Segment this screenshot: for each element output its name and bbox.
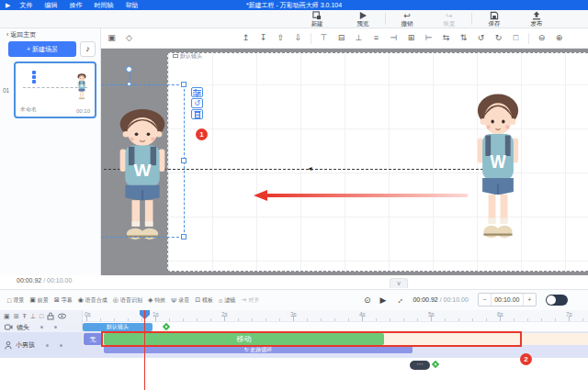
selection-handle-right[interactable] <box>181 158 187 163</box>
new-button[interactable]: 新建 <box>303 11 331 28</box>
scene-name: 未命名 <box>20 106 37 114</box>
object-rotate-button[interactable]: ↺ <box>191 98 203 108</box>
distribute-vertical-icon[interactable]: ≡ <box>371 33 381 43</box>
scene-sidebar: ‹ 返回主页 + 新建场景 ♪ 01 未命名 00:10 <box>0 28 101 275</box>
menu-help[interactable]: 帮助 <box>125 1 138 10</box>
send-backward-icon[interactable]: ↧ <box>258 33 268 43</box>
subtitle-button[interactable]: ⊠ 字幕 <box>54 296 73 305</box>
character-track-header[interactable]: 小男孩 <box>0 332 83 358</box>
timeline-ruler[interactable]: 0s 1s 2s 3s 4s 5s 6s 7s <box>83 310 588 322</box>
background-button[interactable]: □ 背景 <box>7 296 24 305</box>
align-button[interactable]: ⇥ 对齐 <box>241 296 259 305</box>
app-logo-icon: ▶ <box>6 2 10 9</box>
walk-loop-bar[interactable]: ↻ 走路循环 <box>104 346 413 353</box>
object-delete-button[interactable] <box>191 109 203 119</box>
send-to-back-icon[interactable]: ⇩ <box>293 33 303 43</box>
selection-handle-top[interactable] <box>127 82 131 86</box>
scene-thumbnail[interactable]: 未命名 00:10 <box>14 61 96 118</box>
tts-icon: ◉ <box>78 296 84 304</box>
copy-layer-icon[interactable]: ▣ <box>4 312 10 320</box>
keyframe-diamond[interactable] <box>163 323 170 330</box>
keyframe-diamond[interactable] <box>432 361 439 368</box>
flip-vertical-icon[interactable]: ⇅ <box>458 33 469 43</box>
history-icon[interactable]: ⊙ <box>364 295 371 305</box>
menu-edit[interactable]: 编辑 <box>44 1 57 10</box>
align-top-icon[interactable]: ⊤ <box>319 33 329 43</box>
duration-value: 00:10.00 <box>491 294 524 306</box>
auto-play-toggle[interactable] <box>546 295 568 306</box>
collapse-panel-tab[interactable]: ∨ <box>390 278 408 288</box>
duration-decrease-button[interactable]: − <box>479 296 491 303</box>
play-button[interactable]: ▶ <box>380 295 387 305</box>
rotate-handle[interactable] <box>126 66 132 72</box>
anchor-icon[interactable]: ⊥ <box>30 312 36 320</box>
back-home-button[interactable]: ‹ 返回主页 <box>6 30 36 39</box>
redo-button[interactable]: ↪ 恢复 <box>435 11 463 28</box>
undo-icon: ↩ <box>393 11 421 20</box>
filter-button[interactable]: ⌂ 滤镜 <box>219 296 235 305</box>
undo-button[interactable]: ↩ 撤销 <box>393 11 421 28</box>
zoom-in-icon[interactable]: ⊕ <box>554 33 564 43</box>
annotation-highlight-rect <box>101 331 522 347</box>
paste-layer-icon[interactable]: ⊞ <box>14 312 19 320</box>
stage-canvas[interactable]: 默认镜头 ◄ ↺ <box>101 49 588 275</box>
new-scene-button[interactable]: + 新建场景 <box>8 41 76 57</box>
frame-icon[interactable]: □ <box>40 312 43 320</box>
publish-button[interactable]: 发布 <box>523 11 550 28</box>
menu-file[interactable]: 文件 <box>19 1 32 10</box>
foreground-button[interactable]: ▣ 前景 <box>29 296 49 305</box>
camera-track-header[interactable]: 镜头 <box>0 322 83 332</box>
preview-button[interactable]: 预览 <box>349 11 377 28</box>
lock-icon[interactable] <box>47 312 54 320</box>
scene-music-button[interactable]: ♪ <box>80 41 96 57</box>
bring-forward-icon[interactable]: ↥ <box>241 33 251 43</box>
align-bottom-icon[interactable]: ⊥ <box>354 33 364 43</box>
save-icon <box>481 11 508 20</box>
rotate-right-icon[interactable]: ↻ <box>493 33 503 43</box>
track-toggle-dot[interactable] <box>60 344 62 347</box>
character-source[interactable] <box>462 90 534 244</box>
align-center-icon[interactable]: ⊞ <box>406 33 416 43</box>
object-settings-button[interactable] <box>191 87 203 97</box>
entrance-none-chip[interactable]: 无 <box>84 333 102 345</box>
expand-timeline-icon[interactable]: ↔ <box>393 294 405 306</box>
toggle-knob <box>547 295 556 305</box>
shape-icon[interactable]: ◇ <box>124 33 134 43</box>
selection-handle-bottom-right[interactable] <box>181 234 187 240</box>
ruler-label: 0s <box>85 311 91 318</box>
copy-style-icon[interactable]: ▣ <box>107 33 117 43</box>
track-toggle-dot[interactable] <box>40 326 43 329</box>
effects-button[interactable]: ◈ 特效 <box>148 296 165 305</box>
toolbar-separator <box>385 13 386 25</box>
eye-icon[interactable] <box>58 313 66 319</box>
flip-horizontal-icon[interactable]: ⇆ <box>441 33 451 43</box>
camera-clip[interactable]: 默认镜头 <box>83 323 153 331</box>
menu-timeline[interactable]: 时间轴 <box>94 1 113 10</box>
music-note-icon: ♪ <box>85 44 90 53</box>
zoom-out-icon[interactable]: ⊖ <box>537 33 547 43</box>
rotate-left-icon[interactable]: ↺ <box>476 33 486 43</box>
tts-button[interactable]: ◉ 语音合成 <box>78 296 107 305</box>
align-left-icon[interactable]: ⊣ <box>389 33 399 43</box>
record-button[interactable]: Ψ 录音 <box>171 296 189 305</box>
time-total: / 00:10.00 <box>440 296 469 303</box>
align-right-icon[interactable]: ⊢ <box>424 33 434 43</box>
track-toggle-dot[interactable] <box>46 344 49 347</box>
speech-recognition-button[interactable]: ◎ 语音识别 <box>113 296 142 305</box>
ruler-label: 7s <box>566 311 572 318</box>
back-chevron-icon: ‹ <box>6 31 8 38</box>
bring-to-front-icon[interactable]: ⇧ <box>276 33 286 43</box>
character-destination[interactable] <box>103 106 182 245</box>
camera-frame-icon <box>173 54 178 58</box>
duration-increase-button[interactable]: + <box>524 296 536 303</box>
text-tool-icon[interactable]: Ŧ <box>23 312 27 320</box>
template-button[interactable]: ⊡ 模板 <box>195 296 213 305</box>
align-middle-icon[interactable]: ⊟ <box>336 33 346 43</box>
scene-time-total: / 00:10.00 <box>43 277 72 284</box>
save-button[interactable]: 保存 <box>481 11 508 28</box>
selection-handle-top-right[interactable] <box>181 82 187 87</box>
track-toggle-dot[interactable] <box>54 326 57 329</box>
fit-view-icon[interactable]: □ <box>511 33 521 43</box>
more-options-pill[interactable]: ⋯ <box>410 361 430 370</box>
menu-operate[interactable]: 操作 <box>69 1 82 10</box>
